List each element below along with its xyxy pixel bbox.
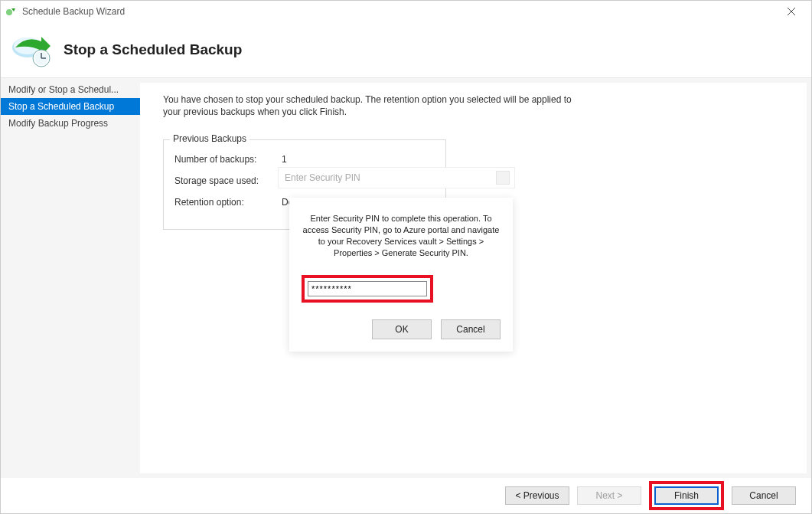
security-pin-disabled-button (496, 171, 510, 185)
pin-field-highlight (302, 275, 433, 303)
header-band: Stop a Scheduled Backup (1, 22, 811, 78)
app-icon (5, 5, 18, 18)
sidebar-item-stop-scheduled[interactable]: Stop a Scheduled Backup (1, 98, 140, 115)
sidebar-item-modify-progress[interactable]: Modify Backup Progress (1, 115, 140, 132)
finish-button-highlight: Finish (649, 481, 724, 510)
security-pin-placeholder: Enter Security PIN (279, 172, 496, 183)
wizard-footer: < Previous Next > Finish Cancel (1, 478, 811, 513)
svg-point-0 (6, 9, 12, 15)
dialog-button-row: OK Cancel (302, 319, 501, 339)
wizard-steps-sidebar: Modify or Stop a Schedul... Stop a Sched… (1, 78, 140, 478)
finish-button[interactable]: Finish (654, 486, 719, 505)
cancel-button[interactable]: Cancel (732, 486, 796, 505)
header-icon (10, 31, 56, 69)
security-pin-input[interactable] (308, 281, 427, 296)
label-number-of-backups: Number of backups: (174, 154, 282, 165)
dialog-ok-button[interactable]: OK (372, 319, 432, 339)
window-title: Schedule Backup Wizard (22, 6, 125, 17)
intro-text: You have chosen to stop your scheduled b… (163, 93, 592, 118)
sidebar-item-modify-or-stop[interactable]: Modify or Stop a Schedul... (1, 81, 140, 98)
group-legend: Previous Backups (170, 133, 249, 144)
titlebar: Schedule Backup Wizard (1, 1, 811, 22)
security-pin-dialog: Enter Security PIN to complete this oper… (289, 198, 513, 352)
label-storage-used: Storage space used: (174, 175, 282, 186)
row-number-of-backups: Number of backups: 1 (174, 154, 435, 165)
titlebar-left: Schedule Backup Wizard (5, 5, 125, 18)
security-pin-disabled-field: Enter Security PIN (278, 167, 515, 188)
next-button: Next > (577, 486, 641, 505)
dialog-message: Enter Security PIN to complete this oper… (302, 213, 501, 258)
value-number-of-backups: 1 (282, 154, 287, 165)
wizard-body: Modify or Stop a Schedul... Stop a Sched… (1, 78, 811, 478)
dialog-cancel-button[interactable]: Cancel (441, 319, 501, 339)
wizard-main-panel: You have chosen to stop your scheduled b… (140, 83, 807, 473)
label-retention-option: Retention option: (174, 197, 282, 208)
wizard-window: Schedule Backup Wizard Stop a Scheduled … (0, 0, 812, 514)
page-title: Stop a Scheduled Backup (64, 41, 242, 58)
close-button[interactable] (776, 1, 807, 22)
previous-button[interactable]: < Previous (505, 486, 569, 505)
